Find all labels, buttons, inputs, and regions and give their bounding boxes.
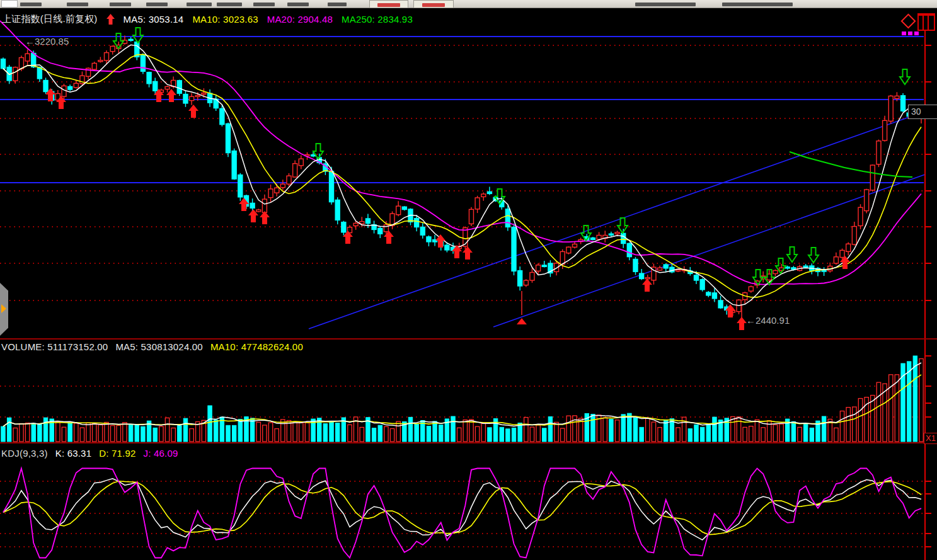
- current-price-tag: 30: [908, 105, 937, 119]
- high-price-annotation: ←3220.85: [25, 36, 69, 47]
- up-trend-icon: [106, 14, 115, 25]
- candlestick-chart[interactable]: [0, 0, 937, 560]
- more-dots-icon[interactable]: [902, 31, 906, 35]
- kdj-header: KDJ(9,3,3) K: 63.31 D: 71.92 J: 46.09: [1, 448, 178, 459]
- kdj-d-readout: D: 71.92: [99, 448, 135, 459]
- low-price-annotation: ←2440.91: [746, 315, 790, 326]
- instrument-title: 上证指数(日线.前复权): [2, 13, 98, 25]
- main-chart-header: 上证指数(日线.前复权) MA5: 3053.14 MA10: 3023.63 …: [2, 13, 413, 25]
- kdj-j-readout: J: 46.09: [144, 448, 178, 459]
- pane-layout-icon[interactable]: [917, 13, 935, 31]
- axis-corner-tag: X1: [924, 433, 937, 444]
- volume-header: VOLUME: 511173152.00 MA5: 530813024.00 M…: [1, 341, 303, 352]
- volume-readout: VOLUME: 511173152.00: [1, 341, 108, 352]
- pane-separator: [0, 442, 937, 443]
- kdj-params-label: KDJ(9,3,3): [1, 448, 48, 459]
- volume-ma10-readout: MA10: 477482624.00: [210, 341, 303, 352]
- sidebar-expand-handle[interactable]: [0, 283, 8, 336]
- ma10-readout: MA10: 3023.63: [192, 14, 258, 25]
- volume-ma5-readout: MA5: 530813024.00: [115, 341, 203, 352]
- more-dots-icon[interactable]: [908, 31, 912, 35]
- kdj-k-readout: K: 63.31: [55, 448, 91, 459]
- expand-arrow-icon: [1, 304, 6, 313]
- ma5-readout: MA5: 3053.14: [124, 14, 184, 25]
- more-dots-icon[interactable]: [914, 31, 919, 35]
- trading-app-window: 上证指数(日线.前复权) MA5: 3053.14 MA10: 3023.63 …: [0, 0, 937, 560]
- ma20-readout: MA20: 2904.48: [267, 14, 333, 25]
- pane-separator: [0, 338, 937, 340]
- ma250-readout: MA250: 2834.93: [342, 14, 413, 25]
